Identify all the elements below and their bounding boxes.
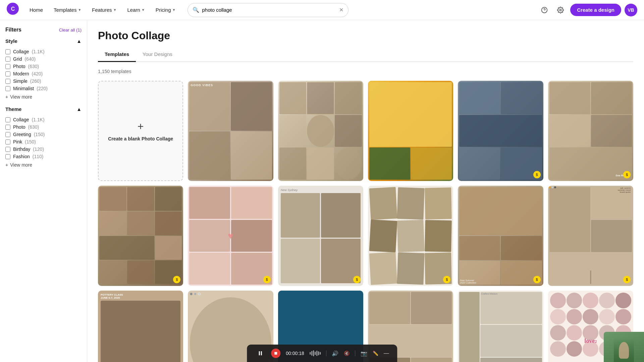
page-title: Photo Collage bbox=[98, 29, 633, 42]
filter-collage-style[interactable]: Collage (1.1K) bbox=[5, 48, 82, 55]
filter-pink-theme-checkbox[interactable] bbox=[5, 139, 10, 144]
filter-modern-style[interactable]: Modern (420) bbox=[5, 70, 82, 77]
avatar[interactable]: VB bbox=[625, 4, 637, 16]
mute-icon[interactable]: 🔇 bbox=[344, 351, 350, 356]
theme-view-more-button[interactable]: + View more bbox=[5, 162, 82, 168]
search-icon: 🔍 bbox=[193, 7, 199, 13]
layout: Filters Clear all (1) Style ▲ Collage (1… bbox=[0, 20, 644, 362]
filter-birthday-theme[interactable]: Birthday (120) bbox=[5, 145, 82, 153]
main-content: Photo Collage Templates Your Designs 1,1… bbox=[87, 20, 644, 362]
template-card[interactable]: ♥ $ bbox=[188, 186, 273, 286]
theme-filter-items: Collage (1.1K) Photo (630) Greeting (150… bbox=[5, 116, 82, 160]
style-filter-section: Style ▲ Collage (1.1K) Grid (640) Photo bbox=[5, 38, 82, 100]
style-section-header[interactable]: Style ▲ bbox=[5, 38, 82, 44]
video-time: 00:00:18 bbox=[286, 351, 304, 356]
filter-collage-checkbox[interactable] bbox=[5, 49, 10, 54]
features-chevron-icon: ▼ bbox=[113, 8, 117, 12]
filter-birthday-theme-checkbox[interactable] bbox=[5, 147, 10, 152]
person-video bbox=[604, 332, 644, 362]
filter-minimalist-style[interactable]: Minimalist (220) bbox=[5, 85, 82, 92]
filter-simple-checkbox[interactable] bbox=[5, 79, 10, 84]
create-design-button[interactable]: Create a design bbox=[570, 4, 621, 16]
filter-grid-style[interactable]: Grid (640) bbox=[5, 55, 82, 63]
template-card[interactable]: POTTERY CLASSJUNE 6-7, 2020 $ bbox=[98, 291, 183, 362]
navbar: C Home Templates ▼ Features ▼ Learn ▼ Pr… bbox=[0, 0, 644, 20]
template-card[interactable] bbox=[278, 81, 363, 181]
filter-fashion-theme-checkbox[interactable] bbox=[5, 154, 10, 159]
volume-icon[interactable]: 🔊 bbox=[332, 350, 338, 357]
help-button[interactable] bbox=[538, 4, 551, 16]
svg-rect-7 bbox=[274, 352, 277, 355]
pro-badge: $ bbox=[263, 276, 271, 283]
template-card[interactable] bbox=[368, 81, 453, 181]
create-blank-card[interactable]: + Create a blank Photo Collage bbox=[98, 81, 183, 181]
nav-features[interactable]: Features ▼ bbox=[88, 5, 120, 15]
theme-filter-section: Theme ▲ Collage (1.1K) Photo (630) Greet… bbox=[5, 106, 82, 168]
templates-chevron-icon: ▼ bbox=[78, 8, 81, 12]
filter-simple-style[interactable]: Simple (260) bbox=[5, 77, 82, 85]
search-input[interactable] bbox=[202, 7, 336, 13]
search-clear-icon[interactable]: ✕ bbox=[339, 7, 343, 13]
person-thumbnail bbox=[604, 332, 644, 362]
filter-fashion-theme[interactable]: Fashion (110) bbox=[5, 153, 82, 160]
filter-modern-checkbox[interactable] bbox=[5, 71, 10, 76]
video-pause-button[interactable] bbox=[255, 348, 266, 359]
filter-minimalist-checkbox[interactable] bbox=[5, 86, 10, 91]
nav-pricing[interactable]: Pricing ▼ bbox=[152, 5, 180, 15]
pen-icon[interactable]: ✏️ bbox=[373, 351, 378, 356]
pro-badge: $ bbox=[533, 276, 541, 283]
tabs: Templates Your Designs bbox=[98, 49, 633, 62]
clear-all-button[interactable]: Clear all (1) bbox=[59, 27, 82, 33]
theme-section-header[interactable]: Theme ▲ bbox=[5, 106, 82, 112]
filter-collage-theme-checkbox[interactable] bbox=[5, 117, 10, 122]
filter-pink-theme[interactable]: Pink (150) bbox=[5, 138, 82, 145]
filter-greeting-theme-checkbox[interactable] bbox=[5, 132, 10, 137]
filter-photo-style[interactable]: Photo (630) bbox=[5, 63, 82, 70]
template-card[interactable]: $ bbox=[98, 186, 183, 286]
filter-grid-checkbox[interactable] bbox=[5, 57, 10, 62]
filter-photo-checkbox[interactable] bbox=[5, 64, 10, 69]
filter-photo-theme[interactable]: Photo (630) bbox=[5, 123, 82, 131]
style-collapse-icon: ▲ bbox=[76, 38, 82, 44]
svg-point-4 bbox=[560, 9, 561, 11]
style-filter-items: Collage (1.1K) Grid (640) Photo (630) Mo… bbox=[5, 48, 82, 92]
nav-learn[interactable]: Learn ▼ bbox=[123, 5, 149, 15]
template-card[interactable]: $ bbox=[368, 186, 453, 286]
filter-collage-theme[interactable]: Collage (1.1K) bbox=[5, 116, 82, 123]
style-view-more-button[interactable]: + View more bbox=[5, 94, 82, 100]
search-bar: 🔍 ✕ bbox=[187, 3, 348, 17]
tab-your-designs[interactable]: Your Designs bbox=[136, 49, 179, 62]
blank-card-label: Create a blank Photo Collage bbox=[103, 136, 178, 141]
filter-greeting-theme[interactable]: Greeting (150) bbox=[5, 131, 82, 138]
theme-collapse-icon: ▲ bbox=[76, 106, 82, 112]
templates-grid: + Create a blank Photo Collage GOOD VIBE… bbox=[98, 81, 633, 362]
canva-logo[interactable]: C bbox=[7, 3, 19, 17]
nav-home[interactable]: Home bbox=[25, 5, 47, 15]
template-card[interactable]: Crafted Mission $ bbox=[458, 291, 543, 362]
svg-rect-5 bbox=[259, 351, 260, 355]
template-card[interactable]: New Sydney $ bbox=[278, 186, 363, 286]
pricing-chevron-icon: ▼ bbox=[172, 8, 176, 12]
camera-icon[interactable]: 📷 bbox=[361, 350, 367, 357]
navbar-actions: Create a design VB bbox=[538, 4, 637, 16]
tab-templates[interactable]: Templates bbox=[98, 49, 136, 62]
template-card[interactable]: GOOD VIBES bbox=[188, 81, 273, 181]
svg-rect-6 bbox=[261, 351, 262, 355]
svg-text:C: C bbox=[11, 6, 15, 12]
player-divider-2 bbox=[355, 350, 355, 356]
template-card[interactable]: New Summer2020 Collection $ bbox=[458, 186, 543, 286]
template-card[interactable]: salt, sand &summer moodboard quote $ bbox=[548, 186, 633, 286]
minus-icon[interactable]: — bbox=[384, 350, 389, 356]
video-player-bar: 00:00:18 🔊 🔇 📷 ✏️ — bbox=[247, 345, 397, 362]
pro-badge: $ bbox=[533, 171, 541, 178]
template-card[interactable]: $ bbox=[458, 81, 543, 181]
sidebar: Filters Clear all (1) Style ▲ Collage (1… bbox=[0, 20, 87, 362]
player-divider bbox=[326, 350, 326, 356]
template-count: 1,150 templates bbox=[98, 69, 633, 74]
settings-button[interactable] bbox=[554, 4, 567, 16]
template-card[interactable]: Sea Rising $ bbox=[548, 81, 633, 181]
filter-photo-theme-checkbox[interactable] bbox=[5, 125, 10, 130]
blank-plus-icon: + bbox=[138, 120, 144, 133]
video-stop-button[interactable] bbox=[271, 349, 280, 358]
nav-templates[interactable]: Templates ▼ bbox=[50, 5, 85, 15]
